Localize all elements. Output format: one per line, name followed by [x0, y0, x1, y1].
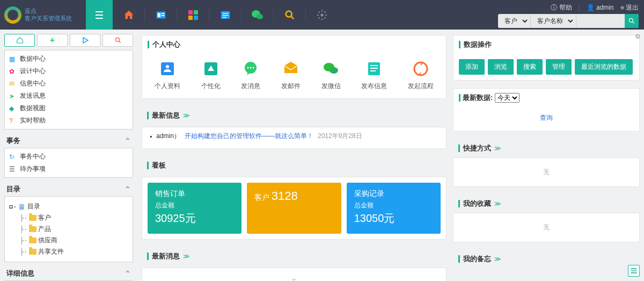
sidebar-item-task-center[interactable]: ↻事务中心 [5, 150, 133, 163]
latest-data-header: 最新数据: [463, 93, 493, 103]
tab-home[interactable] [4, 34, 35, 47]
dir-panel: ⊟·目录 ├·客户├·产品├·供应商├·共享文件 [4, 196, 133, 262]
more-icon[interactable]: ≫ [183, 112, 190, 119]
svg-rect-32 [370, 68, 378, 69]
op-btn-2[interactable]: 搜索 [517, 59, 543, 75]
tree-item[interactable]: ├·供应商 [20, 235, 128, 246]
op-btn-3[interactable]: 管理 [546, 59, 572, 75]
sidebar-item-todo[interactable]: ☰待办事项 [5, 163, 133, 175]
action-personalize[interactable]: 个性化 [201, 59, 221, 91]
svg-rect-9 [223, 13, 229, 13]
fav-card: 无 [453, 213, 640, 242]
op-btn-4[interactable]: 最近浏览的数据 [575, 59, 633, 75]
action-publish[interactable]: 发布信息 [361, 59, 387, 91]
more-icon[interactable]: ≫ [183, 253, 190, 260]
menu-toggle[interactable] [86, 0, 113, 30]
sidebar-item-send-msg[interactable]: ➤发送讯息 [5, 90, 133, 102]
svg-rect-31 [370, 65, 378, 66]
svg-rect-10 [223, 15, 229, 16]
kanban-card: 销售订单总金额30925元客户 3128采购记录总金额13050元 [142, 177, 447, 240]
svg-rect-19 [21, 205, 24, 205]
dir-header[interactable]: 目录⌃ [4, 183, 133, 195]
nav-card-icon[interactable] [145, 0, 177, 30]
personal-center-header: 个人中心 [142, 35, 446, 54]
more-icon[interactable]: ≫ [494, 145, 501, 152]
search-button[interactable] [625, 14, 639, 28]
svg-rect-6 [188, 16, 193, 20]
sidebar-item-design-center[interactable]: ✿设计中心 [5, 65, 133, 77]
query-link[interactable]: 查询 [540, 114, 553, 121]
brand-name: 蓝点 [25, 8, 72, 15]
nav-settings-icon[interactable] [306, 0, 338, 30]
logo-icon [4, 6, 21, 24]
detail-header[interactable]: 详细信息⌃ [4, 268, 133, 279]
kanban-header: 看板 [142, 156, 447, 175]
fav-header: 我的收藏≫ [453, 194, 640, 213]
help-link[interactable]: ⓘ 帮助 [551, 3, 572, 12]
data-ops-header: 数据操作 [453, 35, 639, 54]
search-field[interactable]: 客户名称 [532, 15, 575, 27]
action-send-mail[interactable]: 发邮件 [281, 59, 301, 91]
svg-point-29 [330, 67, 338, 74]
svg-rect-11 [223, 17, 226, 17]
nav-chat-icon[interactable] [241, 0, 274, 30]
user-link[interactable]: 👤 admin [587, 4, 614, 11]
kanban-card-0[interactable]: 销售订单总金额30925元 [148, 183, 241, 234]
op-btn-0[interactable]: 添加 [459, 59, 485, 75]
svg-point-13 [257, 14, 263, 19]
more-icon[interactable]: ≫ [494, 255, 501, 263]
kanban-card-2[interactable]: 采购记录总金额13050元 [347, 183, 441, 234]
date-select[interactable]: 今天 [495, 93, 519, 103]
latest-msg-header: 最新消息≫ [142, 247, 447, 265]
latest-msg-card: 无 [142, 268, 447, 281]
svg-rect-21 [161, 62, 174, 75]
action-send-wechat[interactable]: 发微信 [321, 59, 341, 91]
nav-grid-icon[interactable] [177, 0, 209, 30]
kanban-card-1[interactable]: 客户 3128 [247, 183, 341, 234]
logo[interactable]: 蓝点 客户关系管理系统 [0, 0, 86, 30]
action-send-im[interactable]: 发消息 [241, 59, 260, 91]
tab-add[interactable]: + [37, 34, 68, 47]
svg-point-17 [115, 38, 119, 41]
news-author: admin） [156, 132, 180, 141]
more-icon[interactable]: ≫ [494, 200, 501, 207]
shortcut-header: 快捷方式≫ [453, 139, 640, 157]
nav-search-icon[interactable] [274, 0, 306, 30]
tree-item[interactable]: ├·客户 [20, 212, 128, 224]
op-btn-1[interactable]: 浏览 [488, 59, 514, 75]
affairs-header[interactable]: 事务⌃ [4, 135, 133, 147]
svg-rect-20 [21, 206, 24, 206]
svg-rect-4 [188, 10, 193, 15]
sidebar-item-data-center[interactable]: ▦数据中心 [5, 53, 133, 65]
sidebar-item-data-view[interactable]: ◆数据视图 [5, 102, 133, 114]
float-menu-button[interactable] [628, 265, 640, 277]
search-input[interactable] [576, 17, 625, 25]
tree-item[interactable]: ├·共享文件 [20, 246, 128, 257]
latest-data-card: 最新数据: 今天 查询 [453, 88, 640, 132]
svg-rect-2 [162, 13, 165, 14]
search-bar: 客户 客户名称 [498, 14, 639, 28]
svg-rect-33 [370, 70, 376, 71]
sidebar-item-live-help[interactable]: ?实时帮助 [5, 114, 133, 127]
svg-point-26 [250, 67, 252, 69]
empty-text: 无 [142, 268, 446, 281]
topbar: 蓝点 客户关系管理系统 ⓘ 帮助 | 👤 admin ⎆ 退出 客户 客户名称 [0, 0, 644, 30]
tab-play[interactable] [70, 34, 100, 47]
search-category[interactable]: 客户 [499, 15, 529, 27]
nav-list-icon[interactable] [209, 0, 241, 30]
news-title[interactable]: 开始构建您自己的管理软件——就这么简单！ [185, 132, 313, 141]
svg-rect-18 [20, 204, 24, 210]
memo-header: 我的备忘≫ [453, 250, 640, 268]
action-profile[interactable]: 个人资料 [155, 59, 180, 91]
tab-search[interactable] [103, 34, 133, 47]
action-workflow[interactable]: 发起流程 [408, 59, 434, 91]
tree-item[interactable]: ├·产品 [20, 224, 128, 235]
tree-root[interactable]: ⊟·目录 [9, 201, 128, 212]
svg-point-27 [253, 67, 254, 69]
logout-link[interactable]: ⎆ 退出 [620, 3, 639, 12]
nav-home-icon[interactable] [113, 0, 145, 30]
news-row[interactable]: ▪ admin） 开始构建您自己的管理软件——就这么简单！ 2012年9月28日 [150, 132, 438, 141]
sidebar-item-info-center[interactable]: ✉信息中心 [5, 77, 133, 90]
svg-point-16 [629, 18, 633, 22]
top-nav [113, 0, 338, 30]
